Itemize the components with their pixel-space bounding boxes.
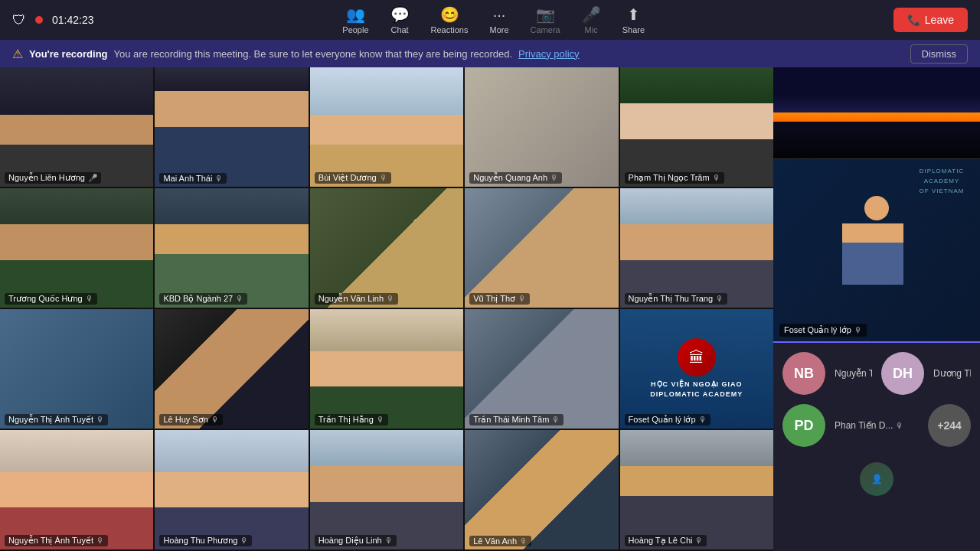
mic-nav-item[interactable]: 🎤 Mic [582, 5, 601, 34]
video-cell-4: Nguyễn Quang Anh 🎙 [465, 67, 618, 187]
mic-status-5: 🎙 [713, 174, 720, 182]
participant-name-2: Mai Anh Thái 🎙 [159, 173, 227, 184]
participant-name-dh: Dương Th... [933, 368, 971, 379]
mic-status-15: 🎙 [699, 416, 707, 424]
participant-name-9: Vũ Thị Thơ 🎙 [469, 293, 530, 305]
presenter-figure-area [773, 159, 980, 341]
participant-avatar-nb: NB [782, 352, 825, 395]
video-cell-1: Nguyễn Liên Hương 🎤 [0, 67, 153, 187]
participant-name-text-15: Foset Quản lý lớp [629, 415, 696, 425]
recording-indicator [35, 16, 43, 24]
mic-label: Mic [585, 25, 598, 34]
reactions-label: Reactions [431, 25, 469, 34]
participant-label-nb: Nguyễn Th... 🎙 [835, 368, 872, 379]
participant-count-badge: +244 [928, 404, 971, 447]
reactions-nav-item[interactable]: 😊 Reactions [431, 5, 469, 34]
video-cell-7: KBD Bộ Ngành 27 🎙 [155, 188, 308, 308]
video-cell-2: Mai Anh Thái 🎙 [155, 67, 308, 187]
participant-name-7: KBD Bộ Ngành 27 🎙 [159, 293, 247, 305]
mic-icon: 🎤 [582, 5, 601, 24]
mic-status-7: 🎙 [236, 295, 243, 303]
participant-name-text-12: Lê Huy Sơn [163, 415, 207, 425]
topbar-right: 📞 Leave [893, 8, 968, 32]
participant-name-text-16: Nguyễn Thị Ánh Tuyết [8, 536, 93, 546]
participant-name-4: Nguyễn Quang Anh 🎙 [469, 172, 562, 184]
video-grid: Nguyễn Liên Hương 🎤 Mai Anh Thái 🎙 Bùi V… [0, 67, 773, 551]
leave-button[interactable]: 📞 Leave [893, 8, 968, 32]
mic-status-6: 🎙 [86, 295, 93, 303]
recording-bar: ⚠ You're recording You are recording thi… [0, 40, 980, 67]
mic-status-13: 🎙 [377, 416, 384, 424]
city-gradient-overlay [773, 128, 980, 158]
more-nav-item[interactable]: ··· More [489, 6, 508, 34]
participant-name-text-19: Lê Văn Anh [473, 536, 517, 546]
video-cell-20: Hoàng Tạ Lê Chi 🎙 [620, 430, 773, 549]
participant-name-nb: Nguyễn Th... [835, 368, 872, 379]
avatar-initials-nb: NB [794, 366, 814, 382]
participant-name-text-6: Trương Quốc Hưng [8, 294, 83, 304]
camera-nav-item[interactable]: 📷 Camera [531, 5, 560, 34]
participant-name-14: Trần Thái Minh Tâm 🎙 [469, 414, 564, 425]
participant-name-12: Lê Huy Sơn 🎙 [159, 414, 222, 425]
participant-name-20: Hoàng Tạ Lê Chi 🎙 [625, 535, 707, 546]
recording-message: ⚠ You're recording You are recording thi… [12, 47, 580, 61]
small-avatar-placeholder: 👤 [860, 462, 893, 496]
mic-status-1: 🎤 [88, 174, 97, 182]
mic-status-20: 🎙 [695, 536, 703, 545]
phone-icon: 📞 [907, 14, 920, 26]
video-cell-3: Bùi Việt Dương 🎙 [310, 67, 463, 187]
video-cell-17: Hoàng Thu Phương 🎙 [155, 430, 308, 549]
participant-name-5: Phạm Thị Ngọc Trâm 🎙 [625, 172, 724, 184]
participant-mic-pd: 🎙 [896, 422, 903, 430]
recording-bold-text: You're recording [29, 48, 108, 60]
speaker-name-text: Foset Quản lý lớp [784, 325, 851, 335]
chat-nav-item[interactable]: 💬 Chat [390, 5, 410, 34]
participant-name-1: Nguyễn Liên Hương 🎤 [5, 172, 101, 184]
video-cell-19: Lê Văn Anh 🎙 [465, 430, 618, 549]
leave-label: Leave [925, 14, 954, 26]
video-cell-6: Trương Quốc Hưng 🎙 [0, 188, 153, 308]
video-cell-8: Nguyễn Văn Linh 🎙 [310, 188, 463, 308]
warning-icon: ⚠ [12, 47, 23, 61]
presenter-body [842, 208, 903, 285]
share-label: Share [622, 25, 645, 34]
camera-label: Camera [531, 25, 560, 34]
participant-name-8: Nguyễn Văn Linh 🎙 [315, 293, 398, 305]
mic-status-18: 🎙 [385, 536, 393, 545]
presenter-figure [842, 208, 911, 292]
participant-name-18: Hoàng Diệu Linh 🎙 [315, 535, 397, 546]
participant-info-nb: Nguyễn Th... 🎙 [835, 368, 872, 379]
participant-name-pd: Phan Tiến D... [835, 420, 893, 431]
participant-name-text-3: Bùi Việt Dương [318, 173, 377, 183]
avatar-initials-pd: PD [794, 418, 813, 434]
privacy-policy-link[interactable]: Privacy policy [518, 48, 579, 60]
participant-name-text-7: KBD Bộ Ngành 27 [163, 294, 233, 304]
participant-name-text-5: Phạm Thị Ngọc Trâm [629, 173, 710, 183]
chat-icon: 💬 [390, 5, 410, 24]
participant-label-pd: Phan Tiến D... 🎙 [835, 420, 919, 431]
recording-message-text: You are recording this meeting. Be sure … [114, 48, 513, 60]
dismiss-button[interactable]: Dismiss [910, 44, 969, 64]
participant-row-2: PD Phan Tiến D... 🎙 +244 [782, 404, 971, 447]
participant-name-16: Nguyễn Thị Ánh Tuyết 🎙 [5, 535, 108, 546]
mic-status-9: 🎙 [518, 295, 526, 303]
video-cell-5: Phạm Thị Ngọc Trâm 🎙 [620, 67, 773, 187]
people-label: People [342, 25, 368, 34]
participant-name-17: Hoàng Thu Phương 🎙 [159, 535, 252, 546]
topbar: 🛡 01:42:23 👥 People 💬 Chat 😊 Reactions ·… [0, 0, 980, 40]
participant-name-text-14: Trần Thái Minh Tâm [473, 415, 549, 425]
mic-status-12: 🎙 [211, 416, 219, 424]
participant-name-text-17: Hoàng Thu Phương [163, 536, 237, 546]
topbar-left: 🛡 01:42:23 [12, 12, 94, 28]
people-icon: 👥 [346, 5, 365, 24]
main-content: Nguyễn Liên Hương 🎤 Mai Anh Thái 🎙 Bùi V… [0, 67, 980, 551]
participant-name-text-4: Nguyễn Quang Anh [473, 173, 547, 183]
mic-status-14: 🎙 [552, 416, 560, 424]
mic-status-2: 🎙 [215, 174, 223, 183]
participant-name-text-11: Nguyễn Thị Ánh Tuyết [8, 415, 93, 425]
people-nav-item[interactable]: 👥 People [342, 5, 368, 34]
participant-name-10: Nguyễn Thị Thu Trang 🎙 [625, 293, 728, 305]
share-nav-item[interactable]: ⬆ Share [622, 5, 645, 34]
mic-status-3: 🎙 [380, 174, 387, 182]
reactions-icon: 😊 [440, 5, 459, 24]
